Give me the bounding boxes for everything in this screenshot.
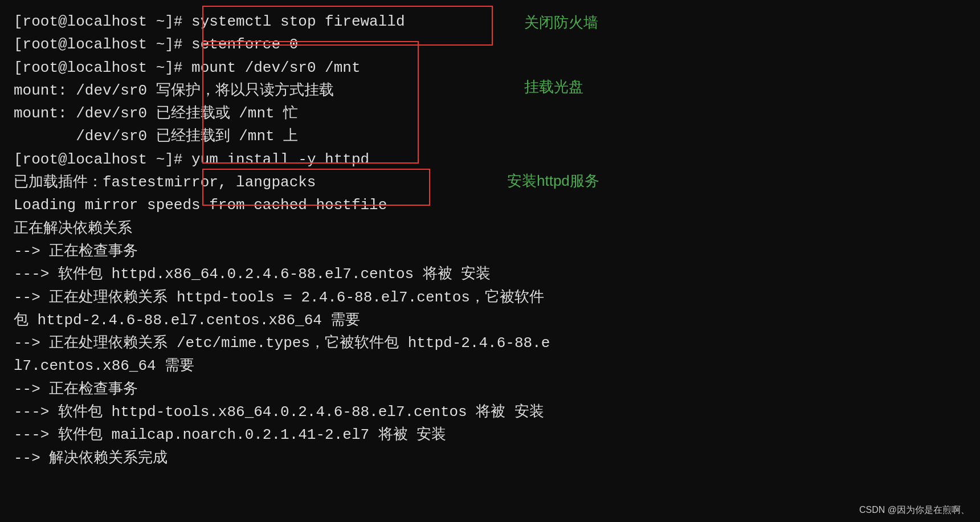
- terminal-line-17: --> 正在检查事务: [14, 378, 966, 401]
- terminal-line-7: [root@localhost ~]# yum install -y httpd: [14, 148, 966, 171]
- terminal-line-5: mount: /dev/sr0 已经挂载或 /mnt 忙: [14, 102, 966, 125]
- terminal-line-14: 包 httpd-2.4.6-88.el7.centos.x86_64 需要: [14, 309, 966, 332]
- terminal-line-12: ---> 软件包 httpd.x86_64.0.2.4.6-88.el7.cen…: [14, 263, 966, 286]
- watermark: CSDN @因为你是在煎啊、: [859, 504, 970, 516]
- terminal-line-20: --> 解决依赖关系完成: [14, 447, 966, 470]
- annotation-mount: 挂载光盘: [524, 77, 583, 97]
- terminal-line-13: --> 正在处理依赖关系 httpd-tools = 2.4.6-88.el7.…: [14, 286, 966, 309]
- terminal-line-6: /dev/sr0 已经挂载到 /mnt 上: [14, 125, 966, 148]
- terminal-line-19: ---> 软件包 mailcap.noarch.0.2.1.41-2.el7 将…: [14, 423, 966, 446]
- terminal-line-1: [root@localhost ~]# systemctl stop firew…: [14, 10, 966, 33]
- annotation-firewall: 关闭防火墙: [524, 13, 598, 32]
- terminal-line-4: mount: /dev/sr0 写保护，将以只读方式挂载: [14, 79, 966, 102]
- terminal-line-15: --> 正在处理依赖关系 /etc/mime.types，它被软件包 httpd…: [14, 332, 966, 354]
- terminal-line-18: ---> 软件包 httpd-tools.x86_64.0.2.4.6-88.e…: [14, 401, 966, 423]
- terminal-line-8: 已加载插件：fastestmirror, langpacks: [14, 171, 966, 194]
- annotation-httpd: 安装httpd服务: [507, 171, 599, 191]
- terminal-line-16: l7.centos.x86_64 需要: [14, 354, 966, 377]
- terminal-line-10: 正在解决依赖关系: [14, 217, 966, 240]
- terminal: [root@localhost ~]# systemctl stop firew…: [0, 0, 980, 522]
- terminal-line-9: Loading mirror speeds from cached hostfi…: [14, 194, 966, 217]
- terminal-line-3: [root@localhost ~]# mount /dev/sr0 /mnt: [14, 56, 966, 79]
- terminal-line-11: --> 正在检查事务: [14, 240, 966, 263]
- terminal-line-2: [root@localhost ~]# setenforce 0: [14, 33, 966, 56]
